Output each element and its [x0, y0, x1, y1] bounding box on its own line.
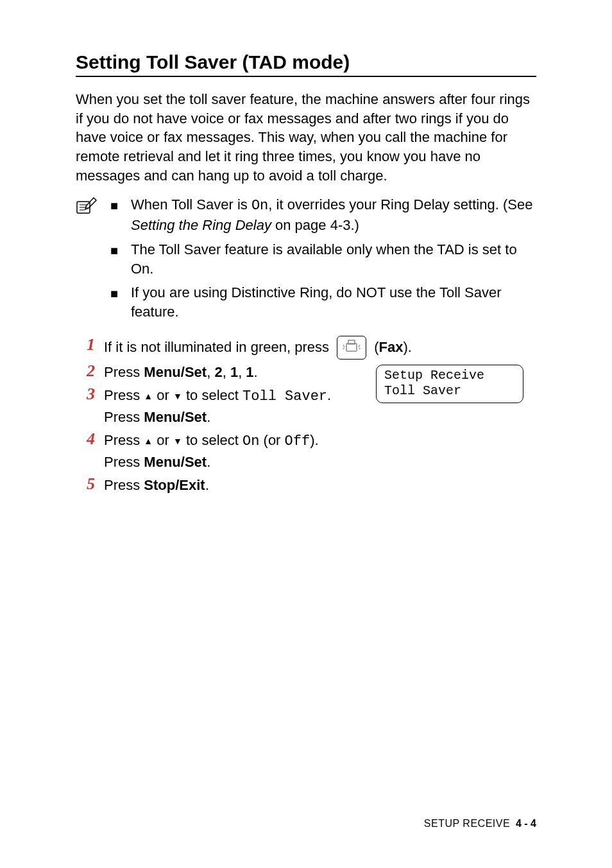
step-body: Press Stop/Exit. — [104, 474, 536, 496]
footer-section-label: SETUP RECEIVE — [424, 818, 510, 829]
step-number: 5 — [76, 474, 95, 494]
step-1: 1 If it is not illuminated in green, pre… — [76, 334, 536, 360]
bullet-icon: ■ — [110, 240, 122, 278]
bullet-icon: ■ — [110, 195, 122, 234]
lcd-line-1: Setup Receive — [384, 368, 515, 383]
page-footer: SETUP RECEIVE 4 - 4 — [424, 818, 536, 829]
step-number: 2 — [76, 361, 95, 381]
down-arrow-icon: ▼ — [173, 390, 182, 403]
note-item-2: ■ The Toll Saver feature is available on… — [110, 240, 536, 278]
note-item-3: ■ If you are using Distinctive Ring, do … — [110, 283, 536, 321]
note-pencil-icon — [76, 207, 99, 218]
steps-list: 1 If it is not illuminated in green, pre… — [76, 334, 536, 496]
note-text-3: If you are using Distinctive Ring, do NO… — [131, 283, 536, 321]
step-body: If it is not illuminated in green, press… — [104, 334, 536, 360]
note-text-1: When Toll Saver is On, it overrides your… — [131, 195, 536, 234]
down-arrow-icon: ▼ — [173, 435, 182, 447]
up-arrow-icon: ▲ — [144, 390, 153, 403]
note-block: ■ When Toll Saver is On, it overrides yo… — [76, 195, 536, 326]
lcd-line-2: Toll Saver — [384, 383, 515, 399]
step-number: 1 — [76, 334, 95, 354]
step-number: 4 — [76, 429, 95, 449]
section-heading: Setting Toll Saver (TAD mode) — [76, 51, 536, 77]
step-number: 3 — [76, 384, 95, 404]
step-5: 5 Press Stop/Exit. — [76, 474, 536, 496]
intro-paragraph: When you set the toll saver feature, the… — [76, 90, 536, 185]
step-body: Press ▲ or ▼ to select On (or Off). Pres… — [104, 429, 536, 473]
step-4: 4 Press ▲ or ▼ to select On (or Off). Pr… — [76, 429, 536, 473]
fax-icon — [337, 336, 366, 360]
footer-page-number: 4 - 4 — [516, 818, 536, 829]
svg-line-6 — [343, 345, 344, 347]
bullet-icon: ■ — [110, 283, 122, 321]
note-item-1: ■ When Toll Saver is On, it overrides yo… — [110, 195, 536, 234]
up-arrow-icon: ▲ — [144, 435, 153, 447]
svg-rect-4 — [346, 343, 357, 351]
lcd-display: Setup Receive Toll Saver — [376, 365, 523, 403]
note-text-2: The Toll Saver feature is available only… — [131, 240, 536, 278]
svg-line-8 — [359, 345, 360, 347]
